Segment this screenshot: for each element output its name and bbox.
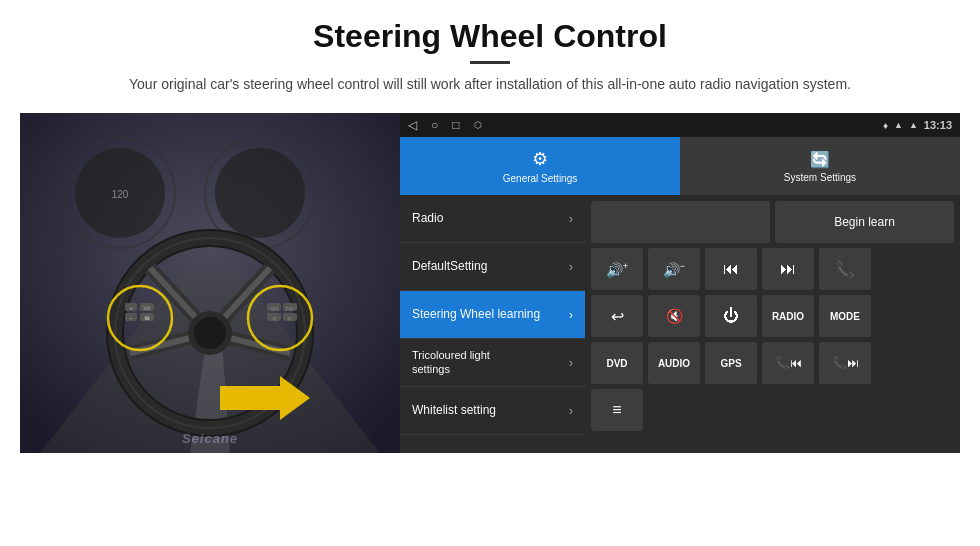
menu-steering-arrow: › (569, 308, 573, 322)
car-photo: 120 (20, 113, 400, 453)
svg-text:−: − (129, 315, 133, 321)
next-track-button[interactable]: ⏭ (762, 248, 814, 290)
dvd-label: DVD (606, 358, 627, 369)
title-divider (470, 61, 510, 64)
svg-point-18 (194, 317, 226, 349)
gps-label: GPS (720, 358, 741, 369)
menu-radio-label: Radio (412, 211, 443, 225)
menu-whitelist-arrow: › (569, 404, 573, 418)
device-screen: ◁ ○ □ ⬡ ♦ ▲ ▲ 13:13 ⚙ General Settings 🔄… (400, 113, 960, 453)
menu-item-steering-wheel[interactable]: Steering Wheel learning › (400, 291, 585, 339)
recents-icon[interactable]: □ (452, 118, 459, 132)
menu-item-default-setting[interactable]: DefaultSetting › (400, 243, 585, 291)
call-next-icon: 📞⏭ (832, 356, 859, 370)
menu-tricoloured-label: Tricoloured lightsettings (412, 349, 490, 375)
page-header: Steering Wheel Control Your original car… (0, 0, 980, 103)
audio-label: AUDIO (658, 358, 690, 369)
location-icon: ♦ (883, 120, 888, 131)
call-button[interactable]: 📞 (819, 248, 871, 290)
prev-track-button[interactable]: ⏮ (705, 248, 757, 290)
mute-button[interactable]: 🔇 (648, 295, 700, 337)
system-icon: 🔄 (810, 150, 830, 169)
menu-whitelist-label: Whitelist setting (412, 403, 496, 417)
return-button[interactable]: ↩ (591, 295, 643, 337)
volume-up-button[interactable]: 🔊+ (591, 248, 643, 290)
menu-radio-arrow: › (569, 212, 573, 226)
prev-icon: ⏮ (723, 260, 739, 278)
control-row-2: 🔊+ 🔊− ⏮ ⏭ 📞 (591, 248, 954, 290)
menu-default-arrow: › (569, 260, 573, 274)
next-icon: ⏭ (780, 260, 796, 278)
control-row-5: ≡ (591, 389, 954, 431)
return-icon: ↩ (611, 307, 624, 326)
svg-text:120: 120 (112, 189, 129, 200)
svg-text:☎: ☎ (144, 315, 150, 321)
radio-button[interactable]: RADIO (762, 295, 814, 337)
svg-text:Seicane: Seicane (182, 431, 238, 446)
svg-text:▷▷: ▷▷ (286, 305, 294, 311)
gps-button[interactable]: GPS (705, 342, 757, 384)
tab-general-settings[interactable]: ⚙ General Settings (400, 137, 680, 195)
home-icon[interactable]: ○ (431, 118, 438, 132)
back-icon[interactable]: ◁ (408, 118, 417, 132)
menu-tricoloured-arrow: › (569, 356, 573, 370)
dvd-button[interactable]: DVD (591, 342, 643, 384)
wifi-icon: ▲ (894, 120, 903, 130)
begin-learn-button[interactable]: Begin learn (775, 201, 954, 243)
empty-slot-btn (591, 201, 770, 243)
list-button[interactable]: ≡ (591, 389, 643, 431)
svg-text:+: + (129, 305, 133, 311)
mode-button[interactable]: MODE (819, 295, 871, 337)
page-subtitle: Your original car's steering wheel contr… (90, 74, 890, 95)
signal-icon: ▲ (909, 120, 918, 130)
mute-icon: 🔇 (666, 308, 683, 324)
control-row-1: Begin learn (591, 201, 954, 243)
menu-item-whitelist[interactable]: Whitelist setting › (400, 387, 585, 435)
volume-down-icon: 🔊− (663, 261, 685, 278)
call-icon: 📞 (835, 260, 855, 279)
call-next-button[interactable]: 📞⏭ (819, 342, 871, 384)
volume-down-button[interactable]: 🔊− (648, 248, 700, 290)
audio-button[interactable]: AUDIO (648, 342, 700, 384)
svg-text:Vol: Vol (144, 305, 151, 311)
menu-steering-label: Steering Wheel learning (412, 307, 540, 321)
power-button[interactable]: ⏻ (705, 295, 757, 337)
power-icon: ⏻ (723, 307, 739, 325)
svg-text:▷: ▷ (288, 315, 292, 321)
page-title: Steering Wheel Control (40, 18, 940, 55)
menu-default-label: DefaultSetting (412, 259, 487, 273)
menu-list: Radio › DefaultSetting › Steering Wheel … (400, 195, 585, 453)
nav-icons: ◁ ○ □ ⬡ (408, 118, 482, 132)
menu-item-radio[interactable]: Radio › (400, 195, 585, 243)
car-image-area: 120 (20, 113, 400, 453)
svg-point-4 (215, 148, 305, 238)
status-time: 13:13 (924, 119, 952, 131)
call-prev-icon: 📞⏮ (775, 356, 802, 370)
screen-main: Radio › DefaultSetting › Steering Wheel … (400, 195, 960, 453)
radio-label: RADIO (772, 311, 804, 322)
tab-system-settings[interactable]: 🔄 System Settings (680, 137, 960, 195)
settings-gear-icon: ⚙ (532, 148, 548, 170)
tab-system-label: System Settings (784, 172, 856, 183)
call-prev-button[interactable]: 📞⏮ (762, 342, 814, 384)
svg-text:◁◁: ◁◁ (270, 305, 278, 311)
svg-text:◁: ◁ (272, 315, 276, 321)
menu-item-tricoloured[interactable]: Tricoloured lightsettings › (400, 339, 585, 387)
tab-bar: ⚙ General Settings 🔄 System Settings (400, 137, 960, 195)
control-row-3: ↩ 🔇 ⏻ RADIO MODE (591, 295, 954, 337)
control-panel: Begin learn 🔊+ 🔊− ⏮ ⏭ (585, 195, 960, 453)
control-row-4: DVD AUDIO GPS 📞⏮ 📞⏭ (591, 342, 954, 384)
status-right: ♦ ▲ ▲ 13:13 (883, 119, 952, 131)
list-icon: ≡ (612, 401, 621, 419)
status-bar: ◁ ○ □ ⬡ ♦ ▲ ▲ 13:13 (400, 113, 960, 137)
content-area: 120 (20, 113, 960, 453)
menu-icon[interactable]: ⬡ (474, 120, 482, 130)
tab-general-label: General Settings (503, 173, 578, 184)
mode-label: MODE (830, 311, 860, 322)
volume-up-icon: 🔊+ (606, 261, 628, 278)
